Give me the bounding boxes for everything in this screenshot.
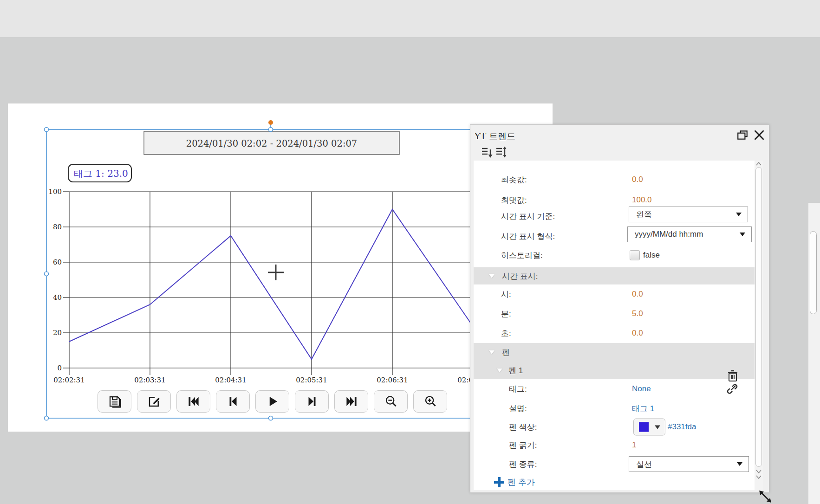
- y-axis-tick-label: 20: [53, 329, 62, 337]
- chevron-down-icon: [655, 425, 660, 429]
- skip-to-end-button[interactable]: [334, 390, 368, 413]
- field-row-description: 설명: 태그 1: [474, 399, 755, 418]
- field-row-pen-width: 펜 굵기: 1: [474, 437, 755, 453]
- chevron-down-icon: [740, 233, 745, 236]
- window-scrollbar-thumb[interactable]: [810, 231, 817, 314]
- x-axis-tick-label: 02:03:31: [134, 376, 165, 384]
- color-swatch: [639, 422, 649, 432]
- time-format-select[interactable]: yyyy/MM/dd hh:mm: [627, 226, 752, 242]
- sort-collapse-icon[interactable]: [481, 146, 494, 158]
- field-label: 펜 종류:: [509, 459, 537, 469]
- pen-width-field[interactable]: 1: [632, 440, 636, 450]
- step-forward-button[interactable]: [295, 390, 329, 413]
- add-pen-button[interactable]: 펜 추가: [494, 477, 535, 488]
- save-button[interactable]: [98, 390, 131, 413]
- time-basis-select[interactable]: 왼쪽: [629, 207, 748, 222]
- section-pen: 펜 펜 1: [474, 343, 755, 379]
- add-pen-label: 펜 추가: [508, 477, 535, 488]
- step-back-icon: [226, 394, 240, 408]
- trend-toolbar: [98, 390, 447, 413]
- step-forward-icon: [305, 394, 319, 408]
- section-header-time-display[interactable]: 시간 표시:: [474, 267, 755, 284]
- chevron-down-icon: [737, 462, 742, 466]
- scroll-up-icon[interactable]: [756, 162, 761, 166]
- restore-window-icon[interactable]: [736, 129, 748, 141]
- field-row-time-format: 시간 표시 형식: yyyy/MM/dd hh:mm: [474, 226, 755, 246]
- y-axis-tick-label: 100: [48, 187, 62, 196]
- field-row-second: 초: 0.0: [474, 323, 755, 343]
- zoom-out-icon: [384, 394, 398, 408]
- play-icon: [266, 394, 280, 408]
- edit-icon: [147, 394, 161, 408]
- pen-color-picker[interactable]: [633, 419, 665, 436]
- close-icon[interactable]: [753, 129, 765, 141]
- field-row-min: 최솟값: 0.0: [474, 170, 755, 189]
- x-axis-tick-label: 02:02:31: [53, 376, 85, 384]
- field-label: 설명:: [509, 403, 527, 414]
- desktop-top-band: [0, 0, 820, 37]
- y-axis-tick-label: 80: [53, 223, 62, 231]
- collapse-triangle-icon[interactable]: [489, 274, 495, 278]
- pen1-section-label: 펜 1: [508, 365, 523, 376]
- field-row-historical: 히스토리컬: false: [474, 246, 755, 265]
- tag-value-link[interactable]: None: [632, 384, 651, 394]
- panel-scrollbar[interactable]: [755, 161, 763, 490]
- window-scrollbar[interactable]: [808, 203, 820, 504]
- properties-panel: YT 트렌드 최솟값: 0.0 최댓값: 100.0 시간 표시 기준:: [470, 124, 769, 493]
- step-backward-button[interactable]: [216, 390, 250, 413]
- min-value-field[interactable]: 0.0: [632, 175, 643, 184]
- selected-option: 실선: [636, 459, 652, 470]
- panel-content: 최솟값: 0.0 최댓값: 100.0 시간 표시 기준: 왼쪽 시간 표시 형…: [474, 161, 755, 490]
- field-label: 최솟값:: [501, 174, 527, 185]
- skip-end-icon: [345, 394, 358, 408]
- panel-title: YT 트렌드: [475, 130, 515, 142]
- field-row-pen-color: 펜 색상: #331fda: [474, 417, 755, 437]
- sort-expand-icon[interactable]: [495, 146, 508, 158]
- field-row-tag: 태그: None: [474, 379, 755, 399]
- hour-value-field[interactable]: 0.0: [632, 290, 643, 299]
- scroll-down-icon[interactable]: [756, 475, 761, 479]
- tag-link-icon[interactable]: [726, 383, 738, 395]
- section-label: 시간 표시:: [502, 271, 538, 282]
- field-row-hour: 시: 0.0: [474, 284, 755, 304]
- chart-title: 2024/01/30 02:02 - 2024/01/30 02:07: [186, 138, 358, 149]
- collapse-triangle-icon[interactable]: [497, 368, 502, 372]
- zoom-in-icon: [423, 394, 437, 408]
- selected-option: 왼쪽: [636, 209, 652, 220]
- pen-color-hex[interactable]: #331fda: [668, 422, 696, 432]
- field-row-minute: 분: 5.0: [474, 304, 755, 323]
- selected-option: yyyy/MM/dd hh:mm: [635, 230, 703, 239]
- chevron-down-icon: [736, 213, 742, 216]
- scroll-down-icon[interactable]: [756, 470, 761, 473]
- second-value-field[interactable]: 0.0: [632, 329, 643, 338]
- y-axis-tick-label: 60: [53, 258, 62, 266]
- trend-chart-widget[interactable]: 2024/01/30 02:02 - 2024/01/30 02:07태그 1:…: [46, 129, 483, 419]
- chart-legend: 태그 1: 23.0: [74, 168, 128, 179]
- panel-toolbar: [470, 144, 769, 161]
- description-value-field[interactable]: 태그 1: [632, 403, 654, 414]
- zoom-out-button[interactable]: [374, 390, 408, 413]
- edit-button[interactable]: [137, 390, 171, 413]
- skip-to-start-button[interactable]: [176, 390, 210, 413]
- field-row-time-basis: 시간 표시 기준: 왼쪽: [474, 207, 755, 226]
- field-label: 시:: [501, 289, 511, 300]
- collapse-triangle-icon[interactable]: [489, 350, 495, 354]
- play-button[interactable]: [255, 390, 289, 413]
- pen-type-select[interactable]: 실선: [629, 456, 749, 472]
- minute-value-field[interactable]: 5.0: [632, 309, 643, 318]
- floppy-icon: [108, 394, 122, 408]
- field-label: 펜 색상:: [509, 422, 537, 433]
- x-axis-tick-label: 02:04:31: [215, 376, 246, 384]
- x-axis-tick-label: 02:06:31: [377, 376, 408, 384]
- field-row-pen-type: 펜 종류: 실선: [474, 453, 755, 475]
- section-label: 펜: [502, 347, 510, 358]
- zoom-in-button[interactable]: [413, 390, 447, 413]
- field-label: 분:: [501, 309, 511, 319]
- historical-checkbox[interactable]: [630, 250, 640, 260]
- scrollbar-thumb[interactable]: [755, 167, 762, 467]
- field-row-add-pen: 펜 추가: [474, 475, 755, 490]
- x-axis-tick-label: 02:05:31: [296, 376, 327, 384]
- checkbox-state-label: false: [643, 251, 660, 260]
- field-label: 히스토리컬:: [501, 250, 543, 261]
- max-value-field[interactable]: 100.0: [632, 195, 652, 205]
